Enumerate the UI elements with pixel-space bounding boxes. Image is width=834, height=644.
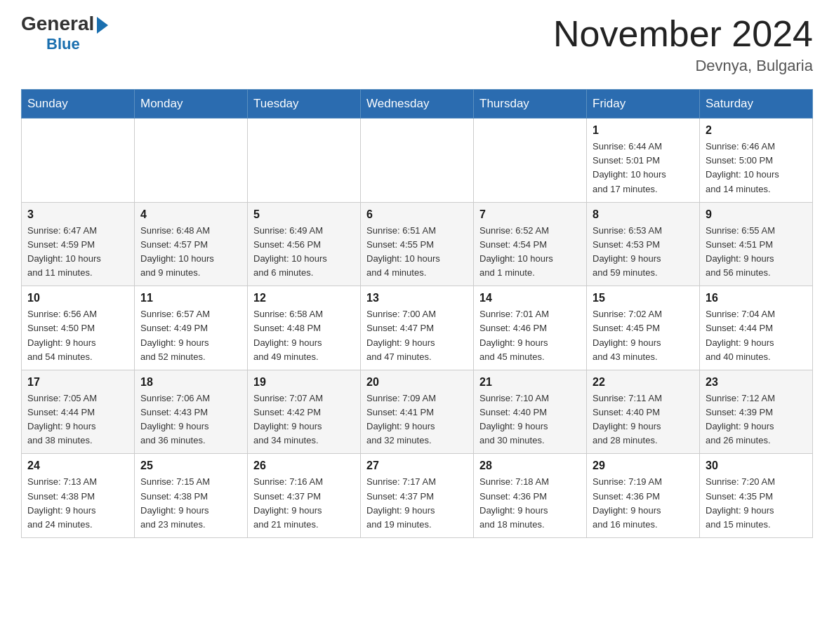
calendar-cell: 12Sunrise: 6:58 AM Sunset: 4:48 PM Dayli…	[248, 286, 361, 370]
day-info: Sunrise: 6:52 AM Sunset: 4:54 PM Dayligh…	[479, 224, 581, 281]
day-info: Sunrise: 6:46 AM Sunset: 5:00 PM Dayligh…	[706, 140, 807, 196]
weekday-header-sunday: Sunday	[22, 90, 135, 119]
day-number: 4	[140, 208, 241, 221]
calendar-week-row: 3Sunrise: 6:47 AM Sunset: 4:59 PM Daylig…	[22, 202, 813, 286]
calendar-cell: 16Sunrise: 7:04 AM Sunset: 4:44 PM Dayli…	[700, 286, 813, 370]
day-info: Sunrise: 7:17 AM Sunset: 4:37 PM Dayligh…	[366, 475, 468, 532]
day-info: Sunrise: 7:00 AM Sunset: 4:47 PM Dayligh…	[366, 307, 468, 364]
day-number: 6	[366, 208, 468, 221]
day-number: 10	[27, 292, 128, 304]
title-section: November 2024 Devnya, Bulgaria	[553, 14, 813, 75]
calendar-cell	[361, 119, 474, 203]
calendar-cell: 18Sunrise: 7:06 AM Sunset: 4:43 PM Dayli…	[135, 370, 248, 454]
day-number: 19	[253, 376, 355, 389]
day-info: Sunrise: 6:48 AM Sunset: 4:57 PM Dayligh…	[140, 224, 241, 281]
calendar-cell: 21Sunrise: 7:10 AM Sunset: 4:40 PM Dayli…	[474, 370, 587, 454]
calendar-cell: 30Sunrise: 7:20 AM Sunset: 4:35 PM Dayli…	[700, 454, 813, 538]
day-number: 12	[253, 292, 355, 304]
day-info: Sunrise: 6:47 AM Sunset: 4:59 PM Dayligh…	[27, 224, 128, 281]
calendar-cell: 9Sunrise: 6:55 AM Sunset: 4:51 PM Daylig…	[700, 202, 813, 286]
day-number: 29	[593, 459, 694, 472]
day-number: 23	[706, 376, 807, 389]
day-info: Sunrise: 7:16 AM Sunset: 4:37 PM Dayligh…	[253, 475, 355, 532]
calendar-cell: 15Sunrise: 7:02 AM Sunset: 4:45 PM Dayli…	[587, 286, 700, 370]
calendar-cell: 8Sunrise: 6:53 AM Sunset: 4:53 PM Daylig…	[587, 202, 700, 286]
calendar-cell: 1Sunrise: 6:44 AM Sunset: 5:01 PM Daylig…	[587, 119, 700, 203]
day-number: 21	[479, 376, 581, 389]
calendar-cell: 19Sunrise: 7:07 AM Sunset: 4:42 PM Dayli…	[248, 370, 361, 454]
location: Devnya, Bulgaria	[553, 57, 813, 75]
calendar-cell: 20Sunrise: 7:09 AM Sunset: 4:41 PM Dayli…	[361, 370, 474, 454]
calendar-cell: 5Sunrise: 6:49 AM Sunset: 4:56 PM Daylig…	[248, 202, 361, 286]
calendar-cell: 25Sunrise: 7:15 AM Sunset: 4:38 PM Dayli…	[135, 454, 248, 538]
day-info: Sunrise: 6:44 AM Sunset: 5:01 PM Dayligh…	[593, 140, 694, 196]
weekday-header-monday: Monday	[135, 90, 248, 119]
calendar-cell: 24Sunrise: 7:13 AM Sunset: 4:38 PM Dayli…	[22, 454, 135, 538]
logo-general: General	[21, 14, 108, 34]
day-info: Sunrise: 7:13 AM Sunset: 4:38 PM Dayligh…	[27, 475, 128, 532]
day-number: 16	[706, 292, 807, 304]
calendar-cell	[248, 119, 361, 203]
day-number: 3	[27, 208, 128, 221]
weekday-header-friday: Friday	[587, 90, 700, 119]
day-number: 26	[253, 459, 355, 472]
day-number: 17	[27, 376, 128, 389]
day-info: Sunrise: 7:06 AM Sunset: 4:43 PM Dayligh…	[140, 391, 241, 448]
calendar-cell: 14Sunrise: 7:01 AM Sunset: 4:46 PM Dayli…	[474, 286, 587, 370]
day-info: Sunrise: 6:53 AM Sunset: 4:53 PM Dayligh…	[593, 224, 694, 281]
day-number: 7	[479, 208, 581, 221]
day-info: Sunrise: 7:07 AM Sunset: 4:42 PM Dayligh…	[253, 391, 355, 448]
day-info: Sunrise: 6:56 AM Sunset: 4:50 PM Dayligh…	[27, 307, 128, 364]
day-info: Sunrise: 7:19 AM Sunset: 4:36 PM Dayligh…	[593, 475, 694, 532]
calendar-cell: 7Sunrise: 6:52 AM Sunset: 4:54 PM Daylig…	[474, 202, 587, 286]
calendar-cell: 10Sunrise: 6:56 AM Sunset: 4:50 PM Dayli…	[22, 286, 135, 370]
day-info: Sunrise: 7:01 AM Sunset: 4:46 PM Dayligh…	[479, 307, 581, 364]
day-info: Sunrise: 7:10 AM Sunset: 4:40 PM Dayligh…	[479, 391, 581, 448]
calendar-cell: 13Sunrise: 7:00 AM Sunset: 4:47 PM Dayli…	[361, 286, 474, 370]
logo: General Blue	[21, 14, 108, 53]
logo-blue-text: Blue	[46, 35, 80, 53]
weekday-header-wednesday: Wednesday	[361, 90, 474, 119]
calendar-cell	[474, 119, 587, 203]
calendar-cell	[135, 119, 248, 203]
day-number: 22	[593, 376, 694, 389]
day-info: Sunrise: 7:04 AM Sunset: 4:44 PM Dayligh…	[706, 307, 807, 364]
calendar-cell: 6Sunrise: 6:51 AM Sunset: 4:55 PM Daylig…	[361, 202, 474, 286]
calendar-cell	[22, 119, 135, 203]
day-number: 18	[140, 376, 241, 389]
day-number: 1	[593, 124, 694, 137]
day-number: 2	[706, 124, 807, 137]
day-info: Sunrise: 6:49 AM Sunset: 4:56 PM Dayligh…	[253, 224, 355, 281]
day-number: 30	[706, 459, 807, 472]
weekday-header-thursday: Thursday	[474, 90, 587, 119]
weekday-header-tuesday: Tuesday	[248, 90, 361, 119]
calendar-week-row: 1Sunrise: 6:44 AM Sunset: 5:01 PM Daylig…	[22, 119, 813, 203]
calendar-table: SundayMondayTuesdayWednesdayThursdayFrid…	[21, 89, 813, 538]
day-number: 8	[593, 208, 694, 221]
day-number: 9	[706, 208, 807, 221]
day-info: Sunrise: 7:12 AM Sunset: 4:39 PM Dayligh…	[706, 391, 807, 448]
calendar-cell: 23Sunrise: 7:12 AM Sunset: 4:39 PM Dayli…	[700, 370, 813, 454]
page-header: General Blue November 2024 Devnya, Bulga…	[21, 14, 813, 75]
day-info: Sunrise: 7:09 AM Sunset: 4:41 PM Dayligh…	[366, 391, 468, 448]
day-number: 14	[479, 292, 581, 304]
day-number: 15	[593, 292, 694, 304]
calendar-cell: 4Sunrise: 6:48 AM Sunset: 4:57 PM Daylig…	[135, 202, 248, 286]
day-number: 28	[479, 459, 581, 472]
day-info: Sunrise: 6:55 AM Sunset: 4:51 PM Dayligh…	[706, 224, 807, 281]
calendar-week-row: 10Sunrise: 6:56 AM Sunset: 4:50 PM Dayli…	[22, 286, 813, 370]
weekday-header-saturday: Saturday	[700, 90, 813, 119]
calendar-cell: 29Sunrise: 7:19 AM Sunset: 4:36 PM Dayli…	[587, 454, 700, 538]
calendar-cell: 22Sunrise: 7:11 AM Sunset: 4:40 PM Dayli…	[587, 370, 700, 454]
calendar-cell: 3Sunrise: 6:47 AM Sunset: 4:59 PM Daylig…	[22, 202, 135, 286]
day-number: 24	[27, 459, 128, 472]
day-info: Sunrise: 7:18 AM Sunset: 4:36 PM Dayligh…	[479, 475, 581, 532]
day-info: Sunrise: 7:11 AM Sunset: 4:40 PM Dayligh…	[593, 391, 694, 448]
weekday-header-row: SundayMondayTuesdayWednesdayThursdayFrid…	[22, 90, 813, 119]
calendar-week-row: 17Sunrise: 7:05 AM Sunset: 4:44 PM Dayli…	[22, 370, 813, 454]
day-info: Sunrise: 6:58 AM Sunset: 4:48 PM Dayligh…	[253, 307, 355, 364]
day-number: 25	[140, 459, 241, 472]
calendar-cell: 26Sunrise: 7:16 AM Sunset: 4:37 PM Dayli…	[248, 454, 361, 538]
calendar-cell: 2Sunrise: 6:46 AM Sunset: 5:00 PM Daylig…	[700, 119, 813, 203]
day-info: Sunrise: 7:02 AM Sunset: 4:45 PM Dayligh…	[593, 307, 694, 364]
